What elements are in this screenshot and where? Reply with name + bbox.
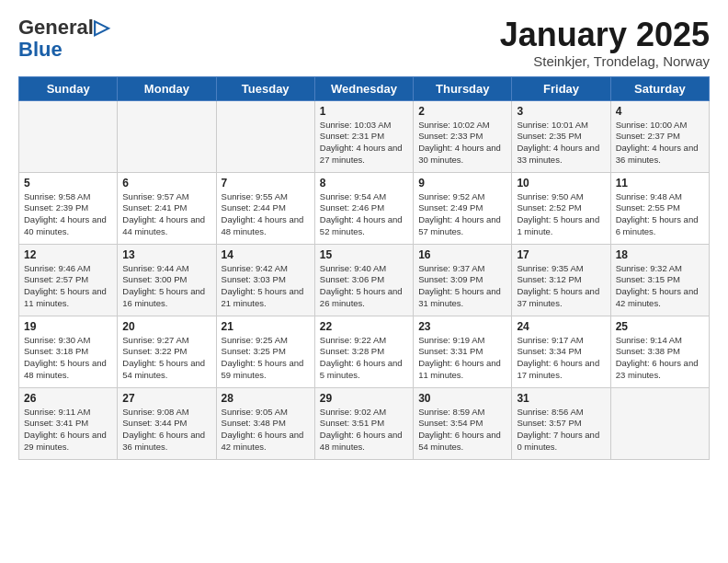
header-sunday: Sunday [19,76,118,100]
day-number: 28 [222,392,310,405]
day-info: Sunrise: 9:46 AM Sunset: 2:57 PM Dayligh… [24,263,112,310]
day-info: Sunrise: 9:42 AM Sunset: 3:03 PM Dayligh… [222,263,310,310]
day-number: 11 [616,177,704,190]
day-info: Sunrise: 10:02 AM Sunset: 2:33 PM Daylig… [418,120,506,167]
calendar-cell: 12Sunrise: 9:46 AM Sunset: 2:57 PM Dayli… [19,244,118,316]
calendar-cell: 29Sunrise: 9:02 AM Sunset: 3:51 PM Dayli… [314,387,413,459]
day-number: 15 [320,248,408,261]
header: General▷ Blue January 2025 Steinkjer, Tr… [18,17,710,69]
day-info: Sunrise: 9:58 AM Sunset: 2:39 PM Dayligh… [24,191,112,238]
calendar-cell: 9Sunrise: 9:52 AM Sunset: 2:49 PM Daylig… [414,172,512,244]
day-number: 19 [24,320,112,333]
logo-blue-text: Blue [18,39,109,61]
calendar-cell: 4Sunrise: 10:00 AM Sunset: 2:37 PM Dayli… [610,100,709,172]
day-info: Sunrise: 9:05 AM Sunset: 3:48 PM Dayligh… [222,407,310,454]
day-info: Sunrise: 9:08 AM Sunset: 3:44 PM Dayligh… [122,407,210,454]
calendar-cell: 24Sunrise: 9:17 AM Sunset: 3:34 PM Dayli… [512,316,610,387]
day-number: 29 [320,392,408,405]
header-saturday: Saturday [610,76,709,100]
calendar-cell: 1Sunrise: 10:03 AM Sunset: 2:31 PM Dayli… [314,100,413,172]
day-number: 12 [24,248,112,261]
calendar-subtitle: Steinkjer, Trondelag, Norway [500,53,710,69]
calendar-cell: 20Sunrise: 9:27 AM Sunset: 3:22 PM Dayli… [118,316,216,387]
logo: General▷ Blue [18,17,109,61]
day-number: 13 [122,248,210,261]
day-number: 17 [517,248,605,261]
calendar-cell [216,100,314,172]
calendar-cell: 21Sunrise: 9:25 AM Sunset: 3:25 PM Dayli… [216,316,314,387]
day-number: 10 [517,177,605,190]
calendar-cell: 23Sunrise: 9:19 AM Sunset: 3:31 PM Dayli… [414,316,512,387]
calendar-cell: 17Sunrise: 9:35 AM Sunset: 3:12 PM Dayli… [512,244,610,316]
calendar-title: January 2025 [500,17,710,53]
calendar-cell: 19Sunrise: 9:30 AM Sunset: 3:18 PM Dayli… [19,316,118,387]
day-info: Sunrise: 8:56 AM Sunset: 3:57 PM Dayligh… [517,407,605,454]
day-number: 18 [616,248,704,261]
calendar-cell: 25Sunrise: 9:14 AM Sunset: 3:38 PM Dayli… [610,316,709,387]
calendar-cell: 15Sunrise: 9:40 AM Sunset: 3:06 PM Dayli… [314,244,413,316]
day-info: Sunrise: 9:54 AM Sunset: 2:46 PM Dayligh… [320,191,408,238]
calendar-cell: 16Sunrise: 9:37 AM Sunset: 3:09 PM Dayli… [414,244,512,316]
calendar-cell: 14Sunrise: 9:42 AM Sunset: 3:03 PM Dayli… [216,244,314,316]
calendar-cell: 11Sunrise: 9:48 AM Sunset: 2:55 PM Dayli… [610,172,709,244]
day-number: 14 [222,248,310,261]
calendar-cell: 7Sunrise: 9:55 AM Sunset: 2:44 PM Daylig… [216,172,314,244]
calendar-week-2: 5Sunrise: 9:58 AM Sunset: 2:39 PM Daylig… [19,172,710,244]
day-info: Sunrise: 9:11 AM Sunset: 3:41 PM Dayligh… [24,407,112,454]
day-info: Sunrise: 9:44 AM Sunset: 3:00 PM Dayligh… [122,263,210,310]
calendar-cell: 31Sunrise: 8:56 AM Sunset: 3:57 PM Dayli… [512,387,610,459]
day-number: 26 [24,392,112,405]
day-info: Sunrise: 9:48 AM Sunset: 2:55 PM Dayligh… [616,191,704,238]
calendar-header: Sunday Monday Tuesday Wednesday Thursday… [19,76,710,100]
calendar-week-1: 1Sunrise: 10:03 AM Sunset: 2:31 PM Dayli… [19,100,710,172]
day-info: Sunrise: 9:17 AM Sunset: 3:34 PM Dayligh… [517,335,605,382]
day-number: 6 [122,177,210,190]
day-number: 7 [222,177,310,190]
logo-general: General [18,16,94,39]
header-tuesday: Tuesday [216,76,314,100]
calendar-table: Sunday Monday Tuesday Wednesday Thursday… [18,76,710,460]
calendar-cell: 26Sunrise: 9:11 AM Sunset: 3:41 PM Dayli… [19,387,118,459]
day-number: 8 [320,177,408,190]
header-monday: Monday [118,76,216,100]
day-number: 25 [616,320,704,333]
day-info: Sunrise: 9:55 AM Sunset: 2:44 PM Dayligh… [222,191,310,238]
day-number: 31 [517,392,605,405]
title-block: January 2025 Steinkjer, Trondelag, Norwa… [500,17,710,69]
day-info: Sunrise: 8:59 AM Sunset: 3:54 PM Dayligh… [418,407,506,454]
day-info: Sunrise: 9:50 AM Sunset: 2:52 PM Dayligh… [517,191,605,238]
day-info: Sunrise: 9:27 AM Sunset: 3:22 PM Dayligh… [122,335,210,382]
day-number: 22 [320,320,408,333]
day-number: 16 [418,248,506,261]
calendar-cell: 30Sunrise: 8:59 AM Sunset: 3:54 PM Dayli… [414,387,512,459]
header-friday: Friday [512,76,610,100]
calendar-cell [118,100,216,172]
day-number: 9 [418,177,506,190]
day-info: Sunrise: 10:00 AM Sunset: 2:37 PM Daylig… [616,120,704,167]
calendar-week-4: 19Sunrise: 9:30 AM Sunset: 3:18 PM Dayli… [19,316,710,387]
day-info: Sunrise: 9:37 AM Sunset: 3:09 PM Dayligh… [418,263,506,310]
header-wednesday: Wednesday [314,76,413,100]
day-number: 2 [418,105,506,118]
calendar-cell: 27Sunrise: 9:08 AM Sunset: 3:44 PM Dayli… [118,387,216,459]
day-info: Sunrise: 9:25 AM Sunset: 3:25 PM Dayligh… [222,335,310,382]
header-thursday: Thursday [414,76,512,100]
calendar-cell: 28Sunrise: 9:05 AM Sunset: 3:48 PM Dayli… [216,387,314,459]
logo-blue-flag: ▷ [94,16,109,39]
day-info: Sunrise: 9:19 AM Sunset: 3:31 PM Dayligh… [418,335,506,382]
calendar-cell [19,100,118,172]
calendar-cell: 18Sunrise: 9:32 AM Sunset: 3:15 PM Dayli… [610,244,709,316]
calendar-cell: 8Sunrise: 9:54 AM Sunset: 2:46 PM Daylig… [314,172,413,244]
day-number: 27 [122,392,210,405]
day-info: Sunrise: 9:02 AM Sunset: 3:51 PM Dayligh… [320,407,408,454]
calendar-week-5: 26Sunrise: 9:11 AM Sunset: 3:41 PM Dayli… [19,387,710,459]
day-info: Sunrise: 9:32 AM Sunset: 3:15 PM Dayligh… [616,263,704,310]
page: General▷ Blue January 2025 Steinkjer, Tr… [0,0,728,563]
day-info: Sunrise: 9:22 AM Sunset: 3:28 PM Dayligh… [320,335,408,382]
day-info: Sunrise: 9:40 AM Sunset: 3:06 PM Dayligh… [320,263,408,310]
calendar-cell: 10Sunrise: 9:50 AM Sunset: 2:52 PM Dayli… [512,172,610,244]
calendar-cell: 5Sunrise: 9:58 AM Sunset: 2:39 PM Daylig… [19,172,118,244]
day-info: Sunrise: 9:30 AM Sunset: 3:18 PM Dayligh… [24,335,112,382]
day-info: Sunrise: 9:52 AM Sunset: 2:49 PM Dayligh… [418,191,506,238]
day-info: Sunrise: 9:14 AM Sunset: 3:38 PM Dayligh… [616,335,704,382]
